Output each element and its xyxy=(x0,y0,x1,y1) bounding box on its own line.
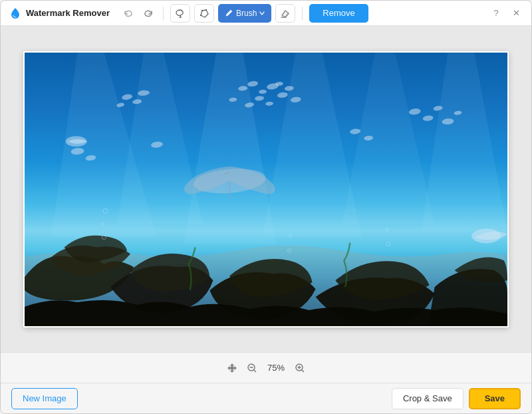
brush-icon xyxy=(225,9,233,17)
underwater-background xyxy=(25,53,507,326)
help-button[interactable]: ? xyxy=(489,6,503,21)
zoom-in-icon xyxy=(295,363,305,373)
zoom-out-icon xyxy=(247,363,257,373)
close-icon: ✕ xyxy=(513,8,520,18)
svg-point-0 xyxy=(200,14,201,15)
remove-button[interactable]: Remove xyxy=(309,4,368,23)
app-title: Watermark Remover xyxy=(26,8,110,18)
pan-icon xyxy=(227,363,237,373)
redo-icon xyxy=(144,9,153,18)
new-image-button[interactable]: New Image xyxy=(11,388,78,409)
toolbar: Brush Remove xyxy=(120,4,489,23)
toolbar-separator-2 xyxy=(302,7,303,20)
lasso-icon xyxy=(175,8,186,19)
zoom-out-button[interactable] xyxy=(244,360,260,376)
save-label: Save xyxy=(485,393,505,403)
brush-label: Brush xyxy=(236,9,257,18)
title-bar: Watermark Remover xyxy=(1,1,531,26)
remove-label: Remove xyxy=(323,8,354,18)
zoom-value: 75% xyxy=(264,363,288,373)
svg-point-38 xyxy=(471,228,501,243)
polygon-icon xyxy=(199,8,209,19)
eraser-icon xyxy=(280,8,291,19)
close-button[interactable]: ✕ xyxy=(509,6,523,21)
toolbar-separator-1 xyxy=(163,7,164,20)
new-image-label: New Image xyxy=(23,393,66,403)
zoom-controls: 75% xyxy=(224,360,308,376)
lasso-tool-button[interactable] xyxy=(170,4,190,23)
svg-point-1 xyxy=(201,9,203,11)
image-canvas[interactable] xyxy=(23,51,509,327)
zoom-bar: 75% xyxy=(1,352,531,383)
svg-point-2 xyxy=(205,9,207,10)
pan-tool-button[interactable] xyxy=(224,360,240,376)
polygon-tool-button[interactable] xyxy=(194,4,214,23)
main-area xyxy=(1,26,531,352)
eraser-tool-button[interactable] xyxy=(275,4,295,23)
window-controls: ? ✕ xyxy=(489,6,523,21)
help-icon: ? xyxy=(493,8,498,18)
undo-icon xyxy=(124,9,133,18)
crop-save-button[interactable]: Crop & Save xyxy=(392,388,464,409)
brush-tool-button[interactable]: Brush xyxy=(218,4,271,23)
zoom-in-button[interactable] xyxy=(292,360,308,376)
crop-save-label: Crop & Save xyxy=(403,393,452,403)
footer-bar: New Image Crop & Save Save xyxy=(1,383,531,413)
redo-button[interactable] xyxy=(140,5,156,21)
save-button[interactable]: Save xyxy=(469,388,521,409)
footer-right: Crop & Save Save xyxy=(392,388,521,409)
chevron-down-icon xyxy=(259,11,265,16)
svg-point-37 xyxy=(66,136,87,146)
app-logo xyxy=(9,7,22,20)
underwater-scene xyxy=(25,53,507,326)
undo-button[interactable] xyxy=(120,5,136,21)
